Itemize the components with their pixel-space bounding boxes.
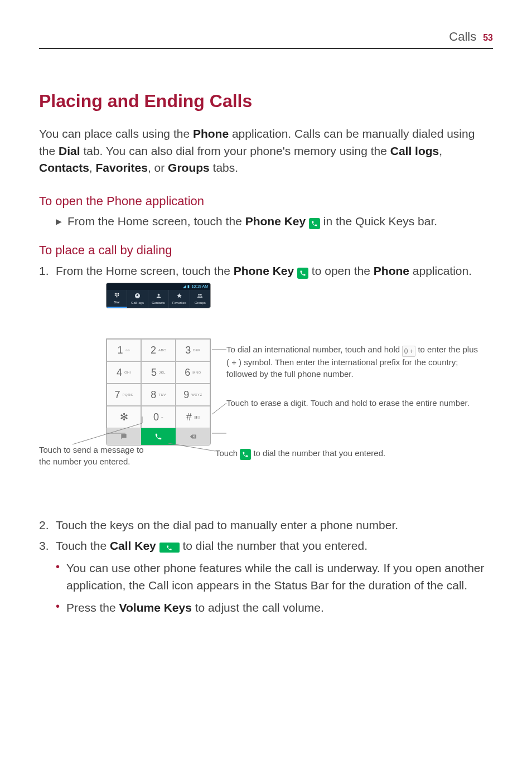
phone-key-icon	[309, 218, 320, 229]
page-title: Placing and Ending Calls	[39, 88, 493, 114]
vibrate-icon: ▯▮▯	[194, 415, 200, 420]
tab-contacts[interactable]: Contacts	[148, 290, 169, 308]
step-1: 1. From the Home screen, touch the Phone…	[39, 263, 493, 279]
status-bar: ◢ ▮ 10:19 AM	[107, 283, 210, 290]
tab-dial[interactable]: Dial	[107, 290, 127, 308]
phone-app-tabbar: ◢ ▮ 10:19 AM Dial Call logs Contacts Fav…	[106, 283, 211, 308]
voicemail-icon: ⌾⌾	[125, 348, 130, 353]
key-3[interactable]: 3DEF	[176, 339, 210, 361]
svg-line-1	[212, 403, 226, 414]
key-8[interactable]: 8TUV	[141, 384, 176, 406]
triangle-bullet-icon: ▶	[56, 216, 62, 230]
bullet-other-features: • You can use other phone features while…	[39, 560, 493, 594]
backspace-button[interactable]	[176, 428, 210, 445]
key-1[interactable]: 1⌾⌾	[107, 339, 141, 361]
step-2: 2. Touch the keys on the dial pad to man…	[39, 517, 493, 534]
person-icon	[155, 293, 162, 299]
callout-dial: Touch to dial the number that you entere…	[215, 448, 477, 460]
dialpad-icon	[113, 292, 120, 299]
bullet-volume: • Press the Volume Keys to adjust the ca…	[39, 599, 493, 616]
key-9[interactable]: 9WXYZ	[176, 384, 210, 406]
key-star[interactable]: ✻	[107, 406, 141, 428]
callout-message: Touch to send a message to the number yo…	[39, 444, 151, 467]
bullet-icon: •	[56, 599, 60, 616]
callout-international: To dial an international number, touch a…	[226, 344, 483, 380]
call-key-icon	[159, 543, 180, 553]
intro-paragraph: You can place calls using the Phone appl…	[39, 125, 493, 176]
star-icon	[176, 293, 182, 299]
tab-call-logs[interactable]: Call logs	[127, 290, 148, 308]
page-header: Calls 53	[39, 28, 493, 49]
step-3: 3. Touch the Call Key to dial the number…	[39, 538, 493, 554]
call-button[interactable]	[141, 428, 176, 445]
message-button[interactable]	[107, 428, 141, 445]
step-open-phone: ▶ From the Home screen, touch the Phone …	[39, 213, 493, 230]
call-icon	[240, 449, 251, 460]
key-0[interactable]: 0+	[141, 406, 176, 428]
wifi-icon: ◢	[183, 284, 186, 289]
subheading-open-phone: To open the Phone application	[39, 192, 493, 210]
bullet-icon: •	[56, 560, 60, 594]
key-6[interactable]: 6MNO	[176, 361, 210, 384]
key-hash[interactable]: #▯▮▯	[176, 406, 210, 428]
header-page-number: 53	[483, 31, 493, 44]
key-5[interactable]: 5JKL	[141, 361, 176, 384]
dialer-diagram: ◢ ▮ 10:19 AM Dial Call logs Contacts Fav…	[39, 283, 493, 506]
subheading-place-call: To place a call by dialing	[39, 241, 493, 259]
tab-groups[interactable]: Groups	[190, 290, 210, 308]
zero-plus-key-icon: 0 +	[402, 346, 415, 357]
dial-pad: 1⌾⌾ 2ABC 3DEF 4GHI 5JKL 6MNO 7PQRS 8TUV …	[106, 338, 211, 446]
clock-icon	[134, 293, 141, 299]
header-section: Calls	[449, 28, 476, 46]
tab-favorites[interactable]: Favorites	[169, 290, 190, 308]
signal-icon: ▮	[187, 284, 190, 289]
key-7[interactable]: 7PQRS	[107, 384, 141, 406]
key-4[interactable]: 4GHI	[107, 361, 141, 384]
group-icon	[197, 293, 204, 299]
phone-key-icon	[297, 268, 308, 279]
key-2[interactable]: 2ABC	[141, 339, 176, 361]
callout-erase: Touch to erase a digit. Touch and hold t…	[226, 398, 489, 409]
status-time: 10:19 AM	[191, 284, 208, 289]
